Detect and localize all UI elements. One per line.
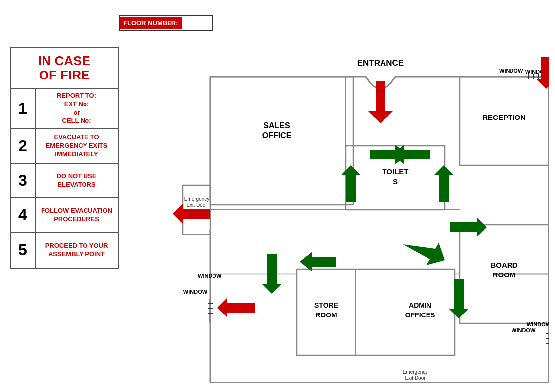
window-label-bottom-right: WINDOW <box>512 327 535 333</box>
step-text-2: EVACUATE TO EMERGENCY EXITS IMMEDIATELY <box>36 130 118 161</box>
in-case-title: IN CASEOF FIRE <box>38 53 90 82</box>
floor-number-label: FLOOR NUMBER: <box>120 17 182 29</box>
svg-rect-14 <box>210 77 353 205</box>
step-number-3: 3 <box>11 164 36 197</box>
svg-marker-73 <box>403 243 445 265</box>
svg-text:Emergency: Emergency <box>403 369 428 375</box>
step-row-1: 1 REPORT TO:EXT No:orCELL No: <box>11 89 118 129</box>
step-number-2: 2 <box>11 129 36 163</box>
floor-number-input[interactable] <box>182 16 212 30</box>
step-text-5: PROCEED TO YOUR ASSEMBLY POINT <box>36 239 118 262</box>
svg-text:WINDOW: WINDOW <box>527 321 549 327</box>
floor-number-container: FLOOR NUMBER: <box>119 15 213 31</box>
svg-text:OFFICE: OFFICE <box>262 131 292 140</box>
svg-marker-70 <box>341 165 361 202</box>
svg-text:OFFICES: OFFICES <box>405 311 435 319</box>
window-label-top-right: WINDOW <box>499 68 523 74</box>
svg-text:BOARD: BOARD <box>491 261 518 269</box>
floor-plan: ENTRANCE SALES OFFICE RECEPTION TOILET S… <box>133 32 549 383</box>
left-panel: IN CASEOF FIRE 1 REPORT TO:EXT No:orCELL… <box>10 47 119 269</box>
step-text-3: DO NOT USE ELEVATORS <box>36 169 118 192</box>
svg-text:Exit Door: Exit Door <box>405 375 426 381</box>
svg-text:STORE: STORE <box>314 301 338 309</box>
svg-marker-72 <box>450 217 487 237</box>
svg-text:ADMIN: ADMIN <box>409 301 431 309</box>
svg-text:RECEPTION: RECEPTION <box>482 113 526 121</box>
svg-text:S: S <box>393 177 398 186</box>
step-row-5: 5 PROCEED TO YOUR ASSEMBLY POINT <box>11 233 118 268</box>
svg-text:ROOM: ROOM <box>315 311 337 319</box>
step-text-1: REPORT TO:EXT No:orCELL No: <box>36 89 118 128</box>
svg-text:ENTRANCE: ENTRANCE <box>357 58 404 68</box>
svg-text:WINDOW: WINDOW <box>183 289 208 295</box>
svg-text:SALES: SALES <box>263 121 290 130</box>
step-text-4: FOLLOW EVACUATION PROCEDURES <box>36 204 118 227</box>
step-number-4: 4 <box>11 198 36 232</box>
svg-marker-61 <box>368 81 393 123</box>
floor-plan-svg: ENTRANCE SALES OFFICE RECEPTION TOILET S… <box>133 32 549 383</box>
step-number-5: 5 <box>11 233 36 268</box>
svg-text:Exit Door: Exit Door <box>186 202 207 208</box>
step-row-3: 3 DO NOT USE ELEVATORS <box>11 164 118 198</box>
svg-marker-71 <box>434 165 454 202</box>
window-label-left: WINDOW <box>198 273 221 279</box>
step-row-4: 4 FOLLOW EVACUATION PROCEDURES <box>11 198 118 233</box>
svg-marker-66 <box>217 298 255 317</box>
step-row-2: 2 EVACUATE TO EMERGENCY EXITS IMMEDIATEL… <box>11 129 118 164</box>
svg-text:Emergency: Emergency <box>184 196 210 202</box>
svg-text:TOILET: TOILET <box>382 167 408 176</box>
svg-marker-76 <box>449 279 469 318</box>
svg-text:ROOM: ROOM <box>493 271 516 279</box>
step-number-1: 1 <box>11 89 36 128</box>
in-case-header: IN CASEOF FIRE <box>11 48 118 89</box>
